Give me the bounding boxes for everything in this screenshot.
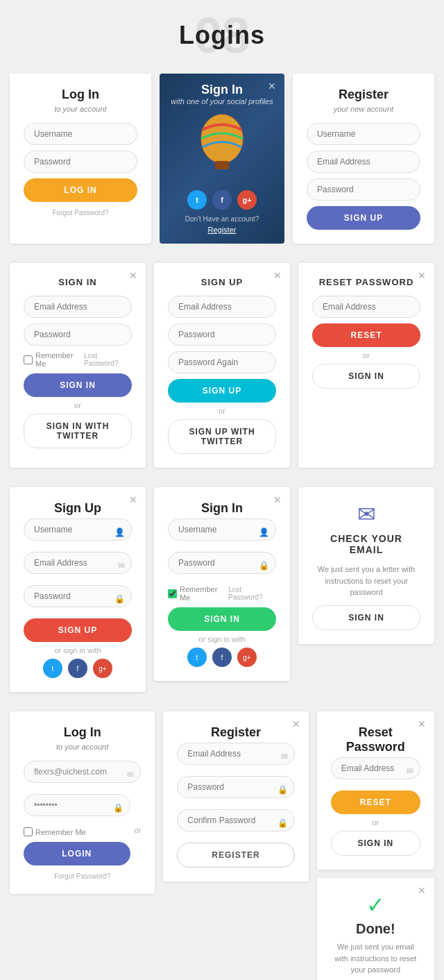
close-button-6[interactable]: ✕ <box>273 494 282 505</box>
register-btn-4[interactable]: REGISTER <box>177 843 294 868</box>
forgot-link-4[interactable]: Forgot Password? <box>24 872 141 880</box>
google-icon-sg[interactable]: g+ <box>237 648 257 667</box>
remember-label-sg: Remember Me <box>168 585 228 602</box>
remember-checkbox-sg[interactable] <box>168 589 177 598</box>
user-icon: 👤 <box>114 527 125 537</box>
facebook-icon-3[interactable]: f <box>68 659 87 678</box>
right-col-4: ✕ Reset Password ✉ RESET or Sign In ✕ ✓ … <box>317 711 434 980</box>
email-field-r4: ✉ <box>177 743 294 770</box>
signup-email-2[interactable] <box>168 296 276 318</box>
signup-title-2: SIGN UP <box>168 277 276 287</box>
google-icon-3[interactable]: g+ <box>93 659 112 678</box>
login-btn-4[interactable]: LOGIN <box>24 842 130 865</box>
or-divider-2: or <box>24 401 132 409</box>
reset-btn-4[interactable]: RESET <box>331 791 420 814</box>
social-buttons-row: t f g+ <box>171 190 273 210</box>
signin-password-2[interactable] <box>24 323 132 346</box>
check-email-signin-btn[interactable]: Sign In <box>312 605 420 630</box>
signin-btn-sg[interactable]: SIGN IN <box>168 607 276 631</box>
done-title: Done! <box>331 921 420 937</box>
reset-btn-2[interactable]: RESET <box>312 323 420 347</box>
close-button-2[interactable]: ✕ <box>129 270 137 281</box>
facebook-icon-sg[interactable]: f <box>212 648 232 667</box>
email-icon-4: ✉ <box>127 770 134 779</box>
signup-email-3[interactable] <box>24 552 132 574</box>
twitter-icon-sg[interactable]: t <box>187 648 207 667</box>
signin-alt-btn-4[interactable]: Sign In <box>331 831 420 856</box>
remember-checkbox-4[interactable] <box>24 827 33 836</box>
close-button-3[interactable]: ✕ <box>273 270 282 281</box>
social-icons-sg: t f g+ <box>168 648 276 667</box>
close-button-4[interactable]: ✕ <box>418 270 426 281</box>
password-field-4: 🔒 <box>24 794 130 822</box>
signin-btn-2[interactable]: SIGN IN <box>24 373 132 397</box>
password-field-3: 🔒 <box>24 585 132 613</box>
check-email-card: ✉ CHECK YOUR EMAIL We just sent you a le… <box>298 487 434 644</box>
signup-password-2[interactable] <box>168 323 276 346</box>
or-divider-sg: or sign in with <box>168 635 276 643</box>
signin-alt-btn[interactable]: Sign In <box>312 364 420 389</box>
register-password[interactable] <box>307 178 420 201</box>
email-icon: ✉ <box>118 561 125 571</box>
reset-email-field-4: ✉ <box>331 757 420 785</box>
close-button-5[interactable]: ✕ <box>129 494 137 505</box>
login-subtitle: to your account <box>24 105 137 113</box>
login-username[interactable] <box>24 123 137 145</box>
close-button-8[interactable]: ✕ <box>418 718 426 729</box>
register-card-1: Register your new account SIGN UP <box>293 74 434 244</box>
register-title-4: Register <box>177 725 294 740</box>
register-email[interactable] <box>307 151 420 173</box>
or-divider-4l: or <box>135 826 142 834</box>
reset-email-2[interactable] <box>312 296 420 318</box>
register-btn[interactable]: SIGN UP <box>307 206 420 230</box>
row-4: Log In to your account ✉ 🔒 Remember Me L… <box>0 702 444 980</box>
twitter-social-btn[interactable]: t <box>187 190 207 210</box>
password-section-4: 🔒 Remember Me LOGIN <box>24 794 130 865</box>
remember-label-2: Remember Me <box>24 351 84 368</box>
remember-checkbox-2[interactable] <box>24 355 33 364</box>
signin-title-3: Sign In <box>168 501 276 516</box>
twitter-icon-3[interactable]: t <box>43 659 62 678</box>
forgot-link-2[interactable]: Lost Password? <box>84 352 132 367</box>
password-field-r4: 🔒 <box>177 776 294 804</box>
done-check-icon: ✓ <box>331 892 420 918</box>
check-email-desc: We just sent you a letter with instructi… <box>312 564 420 598</box>
google-social-btn[interactable]: g+ <box>237 190 257 210</box>
email-icon-r4: ✉ <box>281 752 288 761</box>
signup-password-again-2[interactable] <box>168 351 276 373</box>
twitter-signup-btn[interactable]: Sign Up with Twitter <box>168 419 276 454</box>
done-card: ✕ ✓ Done! We just sent you email with in… <box>317 878 434 980</box>
register-email-4[interactable] <box>177 743 294 765</box>
signup-card-3: ✕ Sign Up 👤 ✉ 🔒 SIGN UP or sign in with … <box>10 487 146 692</box>
twitter-signin-btn[interactable]: Sign In with Twitter <box>24 414 132 448</box>
signin-green-card: ✕ Sign In 👤 🔒 Remember Me Lost Password?… <box>154 487 290 681</box>
register-username[interactable] <box>307 123 420 145</box>
facebook-social-btn[interactable]: f <box>212 190 232 210</box>
register-subtitle: your new account <box>307 105 420 113</box>
login-email-4[interactable] <box>24 761 141 783</box>
done-desc: We just sent you email with instructions… <box>331 941 420 976</box>
lock-icon-4: 🔒 <box>113 803 123 813</box>
forgot-link-sg[interactable]: Lost Password? <box>228 586 276 601</box>
signup-btn-2[interactable]: SIGN UP <box>168 379 276 403</box>
register-title: Register <box>307 87 420 102</box>
signup-btn-3[interactable]: SIGN UP <box>24 618 132 642</box>
row-1: Log In to your account LOG IN Forgot Pas… <box>0 64 444 253</box>
email-icon-reset-4: ✉ <box>407 766 413 776</box>
remember-row-2: Remember Me Lost Password? <box>24 351 132 368</box>
signin-card-2: ✕ SIGN IN Remember Me Lost Password? SIG… <box>10 263 146 468</box>
lock-icon-sg: 🔒 <box>259 561 269 571</box>
lock-icon-r4b: 🔒 <box>278 818 288 828</box>
username-field-sg: 👤 <box>168 518 276 546</box>
close-button-9[interactable]: ✕ <box>418 885 426 896</box>
login-title-4: Log In <box>24 725 141 740</box>
register-link[interactable]: Register <box>208 226 237 234</box>
close-button-7[interactable]: ✕ <box>292 718 300 729</box>
signup-title-3: Sign Up <box>24 501 132 516</box>
forgot-password-link[interactable]: Forgot Password? <box>24 209 137 217</box>
check-email-title: CHECK YOUR EMAIL <box>312 533 420 555</box>
lock-icon: 🔒 <box>114 594 125 604</box>
signin-email-2[interactable] <box>24 296 132 318</box>
login-btn[interactable]: LOG IN <box>24 178 137 202</box>
login-password[interactable] <box>24 151 137 173</box>
